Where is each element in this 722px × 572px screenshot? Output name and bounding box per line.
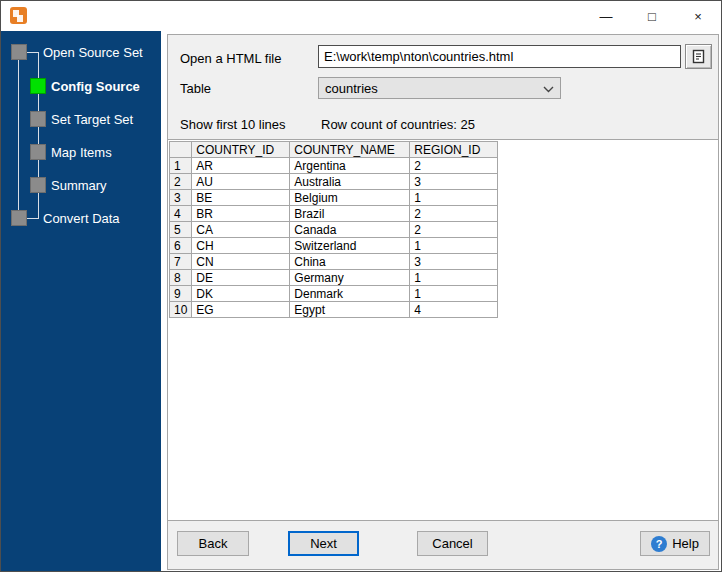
back-button[interactable]: Back <box>177 531 249 556</box>
table-cell: AR <box>192 158 290 174</box>
step-square-icon <box>30 177 46 193</box>
table-select-value: countries <box>325 81 378 96</box>
wizard-sidebar: Open Source SetConfig SourceSet Target S… <box>1 31 161 571</box>
table-row[interactable]: 4BRBrazil2 <box>170 206 498 222</box>
table-cell: Australia <box>290 174 410 190</box>
step-square-icon <box>11 210 27 226</box>
wizard-step-config-source[interactable]: Config Source <box>1 78 161 94</box>
preview-table: COUNTRY_IDCOUNTRY_NAMEREGION_ID1ARArgent… <box>169 141 498 318</box>
row-count-label: Row count of countries: 25 <box>321 117 475 132</box>
help-question-icon: ? <box>651 536 667 552</box>
table-cell: Canada <box>290 222 410 238</box>
row-number-cell: 6 <box>170 238 192 254</box>
chevron-down-icon <box>543 81 554 96</box>
tree-connector-line <box>18 52 19 218</box>
wizard-step-summary[interactable]: Summary <box>1 177 161 193</box>
table-cell: DE <box>192 270 290 286</box>
app-icon <box>10 7 27 24</box>
row-number-cell: 2 <box>170 174 192 190</box>
table-cell: Egypt <box>290 302 410 318</box>
row-number-cell: 9 <box>170 286 192 302</box>
step-square-icon <box>11 44 27 60</box>
content-area: Open a HTML file Table countries <box>161 31 721 571</box>
table-cell: BE <box>192 190 290 206</box>
row-number-cell: 4 <box>170 206 192 222</box>
window-controls: — □ × <box>583 1 721 31</box>
footer-bar: Back Next Cancel ? Help <box>168 521 718 569</box>
preview-area: COUNTRY_IDCOUNTRY_NAMEREGION_ID1ARArgent… <box>168 139 718 521</box>
row-number-cell: 10 <box>170 302 192 318</box>
table-cell: BR <box>192 206 290 222</box>
app-window: — □ × Open Source SetConfig SourceSet Ta… <box>0 0 722 572</box>
table-row[interactable]: 8DEGermany1 <box>170 270 498 286</box>
table-cell: 1 <box>410 238 498 254</box>
wizard-step-convert-data[interactable]: Convert Data <box>1 210 161 226</box>
wizard-step-set-target-set[interactable]: Set Target Set <box>1 111 161 127</box>
wizard-step-label: Map Items <box>51 145 112 160</box>
table-row[interactable]: 5CACanada2 <box>170 222 498 238</box>
table-cell: 1 <box>410 190 498 206</box>
row-number-cell: 7 <box>170 254 192 270</box>
table-cell: Denmark <box>290 286 410 302</box>
table-row[interactable]: 9DKDenmark1 <box>170 286 498 302</box>
wizard-step-label: Summary <box>51 178 107 193</box>
wizard-step-open-source-set[interactable]: Open Source Set <box>1 44 161 60</box>
row-number-cell: 1 <box>170 158 192 174</box>
table-cell: 2 <box>410 158 498 174</box>
table-cell: EG <box>192 302 290 318</box>
table-label: Table <box>180 81 211 96</box>
source-form: Open a HTML file Table countries <box>168 35 718 139</box>
table-row[interactable]: 7CNChina3 <box>170 254 498 270</box>
table-row[interactable]: 2AUAustralia3 <box>170 174 498 190</box>
wizard-step-label: Convert Data <box>43 211 120 226</box>
wizard-step-label: Set Target Set <box>51 112 133 127</box>
table-cell: China <box>290 254 410 270</box>
row-number-cell: 8 <box>170 270 192 286</box>
table-cell: 3 <box>410 254 498 270</box>
close-button[interactable]: × <box>675 1 721 31</box>
table-cell: Brazil <box>290 206 410 222</box>
table-cell: DK <box>192 286 290 302</box>
table-cell: 3 <box>410 174 498 190</box>
table-cell: 1 <box>410 270 498 286</box>
title-bar: — □ × <box>1 1 721 31</box>
app-icon-glyph <box>17 15 23 22</box>
table-cell: AU <box>192 174 290 190</box>
maximize-button[interactable]: □ <box>629 1 675 31</box>
tree-connector-line <box>38 52 39 218</box>
table-select[interactable]: countries <box>318 77 561 99</box>
table-row[interactable]: 3BEBelgium1 <box>170 190 498 206</box>
config-source-panel: Open a HTML file Table countries <box>167 34 719 570</box>
row-number-header <box>170 142 192 158</box>
column-header: REGION_ID <box>410 142 498 158</box>
table-cell: CH <box>192 238 290 254</box>
open-file-label: Open a HTML file <box>180 51 281 66</box>
table-cell: 2 <box>410 206 498 222</box>
help-button[interactable]: ? Help <box>640 531 710 556</box>
minimize-button[interactable]: — <box>583 1 629 31</box>
wizard-step-map-items[interactable]: Map Items <box>1 144 161 160</box>
table-cell: 1 <box>410 286 498 302</box>
table-cell: 2 <box>410 222 498 238</box>
table-cell: Switzerland <box>290 238 410 254</box>
column-header: COUNTRY_NAME <box>290 142 410 158</box>
browse-file-button[interactable] <box>685 44 712 69</box>
table-cell: Belgium <box>290 190 410 206</box>
table-cell: Argentina <box>290 158 410 174</box>
table-row[interactable]: 1ARArgentina2 <box>170 158 498 174</box>
file-document-icon <box>692 49 705 64</box>
next-button[interactable]: Next <box>288 531 359 556</box>
table-cell: CA <box>192 222 290 238</box>
table-cell: 4 <box>410 302 498 318</box>
cancel-button[interactable]: Cancel <box>417 531 488 556</box>
table-header-row: COUNTRY_IDCOUNTRY_NAMEREGION_ID <box>170 142 498 158</box>
row-number-cell: 5 <box>170 222 192 238</box>
table-cell: Germany <box>290 270 410 286</box>
table-row[interactable]: 6CHSwitzerland1 <box>170 238 498 254</box>
file-path-input[interactable] <box>318 45 681 68</box>
step-square-icon <box>30 111 46 127</box>
help-button-label: Help <box>672 536 699 551</box>
show-lines-label: Show first 10 lines <box>180 117 286 132</box>
step-square-icon <box>30 144 46 160</box>
table-row[interactable]: 10EGEgypt4 <box>170 302 498 318</box>
